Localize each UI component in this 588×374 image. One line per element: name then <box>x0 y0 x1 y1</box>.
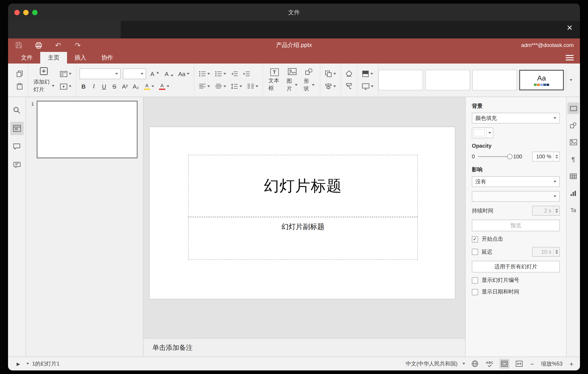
slideshow-options-chevron-icon[interactable] <box>26 363 29 365</box>
slides-panel-icon[interactable] <box>10 122 23 135</box>
set-language-globe-icon[interactable] <box>470 359 480 369</box>
bullet-list-button[interactable] <box>198 68 211 79</box>
opacity-slider[interactable] <box>478 156 510 157</box>
tab-collaboration[interactable]: 协作 <box>94 52 121 64</box>
font-name-combo[interactable] <box>80 68 121 79</box>
clear-style-icon[interactable] <box>344 68 354 79</box>
start-slideshow-button[interactable] <box>59 81 73 92</box>
maximize-traffic-light[interactable] <box>32 10 38 15</box>
fill-color-picker[interactable] <box>472 128 493 138</box>
insert-textbox-button[interactable]: T 文本框 <box>266 68 283 92</box>
tab-insert[interactable]: 插入 <box>67 52 94 64</box>
strikethrough-button[interactable]: S <box>110 81 118 92</box>
print-icon[interactable] <box>34 41 43 50</box>
tab-file[interactable]: 文件 <box>13 52 40 64</box>
show-slide-number-row: 显示幻灯片编号 <box>472 276 560 284</box>
show-slide-number-checkbox[interactable] <box>472 277 478 283</box>
zoom-out-button[interactable]: − <box>529 360 535 367</box>
underline-button[interactable]: U <box>100 81 108 92</box>
opacity-slider-knob[interactable] <box>507 154 512 159</box>
zoom-in-button[interactable]: + <box>568 360 575 367</box>
language-chevron-icon[interactable] <box>462 363 465 365</box>
transition-effect-select[interactable]: 没有 <box>472 176 560 187</box>
line-spacing-button[interactable] <box>230 81 243 92</box>
opacity-spinbox[interactable]: 100 % <box>532 152 560 162</box>
copy-style-icon[interactable] <box>344 81 354 92</box>
slide-title-text: 幻灯片标题 <box>264 176 342 196</box>
apply-to-all-button[interactable]: 适用于所有幻灯片 <box>472 261 560 273</box>
slide-settings-icon[interactable] <box>567 102 579 114</box>
tab-home[interactable]: 主页 <box>40 52 67 64</box>
slide-thumbnail-selected[interactable] <box>37 101 138 158</box>
decrease-indent-icon[interactable] <box>230 68 240 79</box>
textbox-icon: T <box>270 68 279 76</box>
decrease-font-icon[interactable]: A <box>163 68 175 79</box>
fit-slide-icon[interactable] <box>500 359 509 369</box>
feedback-chat-icon[interactable] <box>10 158 23 172</box>
paragraph-settings-icon[interactable]: ¶ <box>567 154 579 165</box>
shape-settings-icon[interactable] <box>567 120 579 131</box>
font-size-combo[interactable] <box>123 68 146 79</box>
theme-thumbnail-selected[interactable]: Aa <box>519 70 564 90</box>
align-shapes-button[interactable] <box>324 81 337 92</box>
language-selector[interactable]: 中文(中华人民共和国) <box>406 360 458 367</box>
fill-type-select[interactable]: 颜色填充 <box>472 113 560 123</box>
start-slideshow-status-icon[interactable]: ▶ <box>13 359 23 369</box>
increase-indent-icon[interactable] <box>242 68 252 79</box>
notes-area[interactable]: 单击添加备注 <box>143 338 465 357</box>
spellcheck-icon[interactable]: ABC <box>485 359 495 369</box>
hamburger-menu-icon[interactable] <box>566 55 575 60</box>
bold-button[interactable]: B <box>80 81 88 92</box>
paste-icon[interactable] <box>15 81 25 92</box>
textart-settings-icon[interactable]: Ta <box>567 204 579 216</box>
subscript-button[interactable]: A₂ <box>131 81 140 92</box>
highlight-color-button[interactable]: A <box>142 81 155 92</box>
theme-thumbnail-1[interactable] <box>378 70 423 90</box>
theme-gallery-expand-icon[interactable] <box>566 70 576 90</box>
undo-icon[interactable]: ↶ <box>54 41 63 50</box>
comments-icon[interactable] <box>10 140 23 154</box>
vertical-align-button[interactable] <box>214 81 227 92</box>
title-placeholder[interactable]: 幻灯片标题 <box>188 155 418 217</box>
delay-spinbox[interactable]: 10 s <box>532 247 560 257</box>
copy-icon[interactable] <box>15 68 25 79</box>
increase-font-icon[interactable]: A <box>148 68 160 79</box>
redo-icon[interactable]: ↷ <box>73 41 82 50</box>
transition-variant-select[interactable] <box>472 191 560 202</box>
horizontal-align-button[interactable] <box>198 81 211 92</box>
show-date-time-checkbox[interactable] <box>472 289 478 295</box>
font-color-button[interactable]: A <box>158 81 170 92</box>
slide-settings-panel: 背景 颜色填充 Opacity 0 100 100 % <box>465 97 566 357</box>
italic-button[interactable]: I <box>90 81 98 92</box>
columns-button[interactable] <box>246 81 260 92</box>
change-case-button[interactable]: Aa <box>177 68 191 79</box>
slide-size-button[interactable] <box>361 81 375 92</box>
insert-shape-button[interactable]: 形状 <box>301 68 317 92</box>
search-icon[interactable] <box>10 103 23 117</box>
save-icon[interactable] <box>14 41 23 50</box>
image-settings-icon[interactable] <box>567 136 579 148</box>
start-on-click-checkbox[interactable]: ✓ <box>472 236 478 242</box>
subtitle-placeholder[interactable]: 幻灯片副标题 <box>188 217 418 260</box>
theme-thumbnail-2[interactable] <box>425 70 470 90</box>
close-icon[interactable]: ✕ <box>567 24 573 32</box>
arrange-shapes-button[interactable] <box>324 68 337 79</box>
fit-width-icon[interactable] <box>514 359 524 369</box>
chart-settings-icon[interactable] <box>567 187 579 199</box>
slide-layout-button[interactable] <box>59 68 73 79</box>
duration-spinbox[interactable]: 2 s <box>532 206 560 216</box>
insert-image-button[interactable]: 图片 <box>284 68 300 92</box>
table-settings-icon[interactable] <box>567 170 579 182</box>
preview-button[interactable]: 预览 <box>472 220 560 231</box>
delay-checkbox[interactable] <box>472 249 478 255</box>
numbered-list-button[interactable] <box>214 68 227 79</box>
theme-thumbnail-3[interactable] <box>472 70 517 90</box>
add-slide-button[interactable]: 添加幻灯片 <box>31 67 57 93</box>
account-email: adm***@dootask.com <box>521 42 574 48</box>
minimize-traffic-light[interactable] <box>23 10 29 15</box>
slide[interactable]: 幻灯片标题 幻灯片副标题 <box>150 127 455 299</box>
delay-row: 延迟 10 s <box>472 247 560 257</box>
color-scheme-button[interactable] <box>361 68 374 79</box>
close-traffic-light[interactable] <box>14 10 20 15</box>
superscript-button[interactable]: A² <box>121 81 129 92</box>
